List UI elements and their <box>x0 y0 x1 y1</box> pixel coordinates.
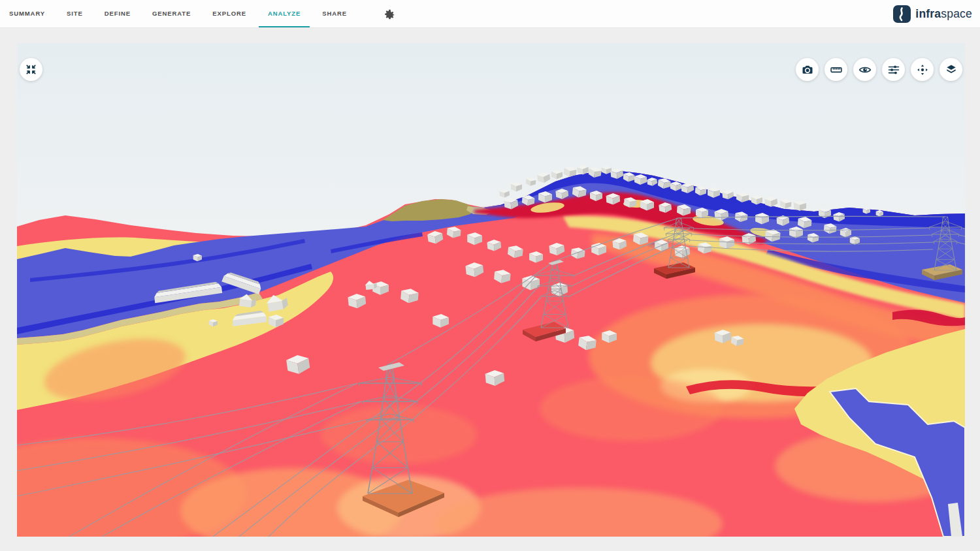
move-icon <box>916 63 929 76</box>
terrain-heatmap-render <box>17 43 965 537</box>
nav-tabs: SUMMARYSITEDEFINEGENERATEEXPLOREANALYZES… <box>0 0 356 27</box>
screenshot-button[interactable] <box>796 58 819 81</box>
measure-button[interactable] <box>825 58 847 81</box>
tab-share[interactable]: SHARE <box>313 0 356 27</box>
pan-button[interactable] <box>911 58 934 81</box>
display-settings-button[interactable] <box>882 58 905 81</box>
eye-icon <box>858 63 872 76</box>
brand-logo: infraspace <box>893 0 972 27</box>
infraspace-logo-icon <box>893 5 911 23</box>
tab-site[interactable]: SITE <box>57 0 92 27</box>
fit-view-icon <box>25 63 37 76</box>
layers-icon <box>945 63 958 76</box>
brand-name: infraspace <box>915 7 972 21</box>
sliders-icon <box>887 63 900 76</box>
tab-summary[interactable]: SUMMARY <box>0 0 54 27</box>
camera-icon <box>801 63 814 76</box>
visibility-button[interactable] <box>853 58 876 81</box>
fit-view-button[interactable] <box>20 58 42 81</box>
settings-button[interactable] <box>377 0 402 27</box>
top-navigation: SUMMARYSITEDEFINEGENERATEEXPLOREANALYZES… <box>0 0 980 28</box>
viewport-toolbar <box>796 58 962 81</box>
gear-icon <box>384 8 396 20</box>
tab-explore[interactable]: EXPLORE <box>203 0 255 27</box>
tab-define[interactable]: DEFINE <box>95 0 140 27</box>
tab-generate[interactable]: GENERATE <box>143 0 200 27</box>
3d-viewport[interactable] <box>17 43 965 537</box>
tab-analyze[interactable]: ANALYZE <box>259 0 310 27</box>
ruler-icon <box>830 63 843 76</box>
layers-button[interactable] <box>939 58 962 81</box>
